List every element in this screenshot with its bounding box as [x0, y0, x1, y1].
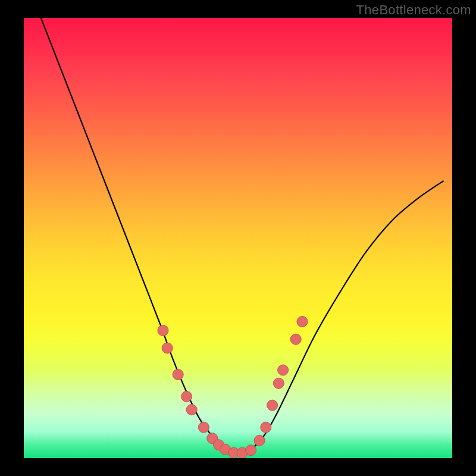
curve-marker: [254, 435, 265, 446]
chart-stage: TheBottleneck.com: [0, 0, 476, 476]
curve-marker: [186, 405, 197, 415]
curve-marker: [158, 325, 168, 336]
bottleneck-curve: [24, 18, 452, 458]
watermark-label: TheBottleneck.com: [356, 2, 471, 18]
curve-marker: [246, 445, 256, 456]
curve-marker: [267, 400, 278, 411]
curve-markers: [158, 317, 308, 458]
plot-area: [24, 18, 452, 458]
curve-marker: [290, 334, 301, 345]
curve-marker: [278, 365, 289, 375]
curve-marker: [181, 391, 192, 402]
curve-line: [41, 18, 444, 454]
curve-marker: [162, 343, 173, 353]
curve-marker: [297, 317, 308, 327]
curve-marker: [273, 378, 284, 389]
curve-marker: [173, 369, 183, 380]
curve-marker: [261, 422, 271, 433]
curve-marker: [198, 422, 209, 433]
